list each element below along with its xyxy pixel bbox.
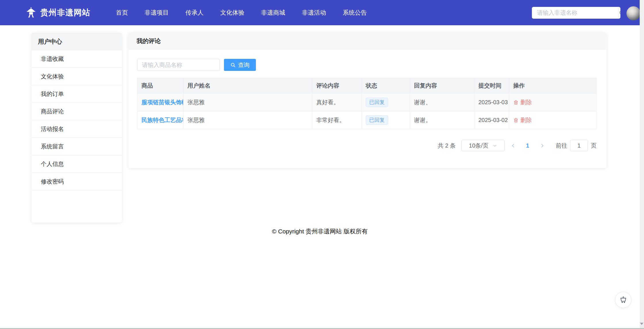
product-link[interactable]: 民族特色工艺品壮族苗族娃娃 [141, 117, 183, 123]
reply-cell: 谢谢。 [410, 111, 474, 129]
user-center-sidebar: 用户中心 非遗收藏 文化体验 我的订单 商品评论 活动报名 系统留言 个人信息 … [32, 33, 122, 222]
nav-menu-item[interactable]: 系统公告 [343, 9, 367, 17]
sidebar-menu-item[interactable]: 非遗收藏 [32, 50, 122, 68]
status-cell: 已回复 [362, 94, 410, 111]
sidebar-menu-item[interactable]: 商品评论 [32, 103, 122, 120]
page-size-select[interactable]: 10条/页 [461, 140, 505, 151]
product-cell: 民族特色工艺品壮族苗族娃娃 [137, 111, 183, 129]
status-badge: 已回复 [366, 115, 388, 125]
nav-menu-item[interactable]: 非遗项目 [145, 9, 169, 17]
user-cell: 张思雅 [183, 111, 312, 129]
delete-button[interactable]: 删除 [513, 116, 532, 124]
page-size-value: 10条/页 [469, 142, 488, 150]
delete-button-label: 删除 [520, 98, 532, 106]
comment-search-row: 查询 [137, 59, 597, 71]
goto-page-suffix: 页 [591, 142, 597, 150]
table-body: 服项链苗银头饰帽子项圈 张思雅 真好看。 已回复 谢谢、 2025-03-03 … [137, 94, 597, 129]
search-icon [230, 62, 236, 68]
table-header-cell: 状态 [362, 78, 410, 94]
pagination: 共 2 条 10条/页 1 前往 页 [137, 140, 597, 151]
goto-page-input[interactable] [570, 140, 588, 151]
triangle-down-icon[interactable] [640, 323, 643, 325]
nav-menu-item[interactable]: 非遗商城 [261, 9, 285, 17]
nav-menu-item[interactable]: 传承人 [185, 9, 204, 17]
table-header-cell: 回复内容 [410, 78, 474, 94]
user-cell: 张思雅 [183, 94, 312, 111]
delete-button[interactable]: 删除 [513, 98, 532, 106]
action-cell: 删除 [509, 94, 597, 111]
sidebar-menu-item[interactable]: 个人信息 [32, 155, 122, 173]
table-header-cell: 评论内容 [312, 78, 362, 94]
comment-cell: 真好看。 [312, 94, 362, 111]
product-search-input[interactable] [137, 59, 220, 71]
status-badge: 已回复 [366, 98, 388, 107]
sidebar-title: 用户中心 [32, 33, 122, 50]
user-avatar[interactable] [626, 6, 641, 20]
nav-menu: 首页 非遗项目 传承人 文化体验 非遗商城 非遗活动 系统公告 [116, 0, 384, 25]
table-header-cell: 商品 [137, 78, 183, 94]
search-icon [619, 10, 620, 16]
pavilion-logo-icon [25, 7, 37, 18]
navbar: 贵州非遗网站 首页 非遗项目 传承人 文化体验 非遗商城 非遗活动 系统公告 [0, 0, 644, 25]
product-link[interactable]: 服项链苗银头饰帽子项圈 [141, 99, 183, 105]
table-row: 服项链苗银头饰帽子项圈 张思雅 真好看。 已回复 谢谢、 2025-03-03 … [137, 94, 597, 111]
table-header-cell: 用户姓名 [183, 78, 312, 94]
chevron-right-icon [540, 143, 545, 148]
next-page-button[interactable] [533, 143, 551, 148]
my-comments-panel: 我的评论 查询 商品 用户姓名 [129, 33, 607, 168]
sidebar-menu-item[interactable]: 修改密码 [32, 173, 122, 190]
comments-table: 商品 用户姓名 评论内容 状态 回复内容 提交时间 操作 [137, 78, 597, 129]
status-cell: 已回复 [362, 111, 410, 129]
brand[interactable]: 贵州非遗网站 [25, 0, 90, 25]
sidebar-menu-item[interactable]: 文化体验 [32, 68, 122, 85]
action-cell: 删除 [509, 111, 597, 129]
table-row: 民族特色工艺品壮族苗族娃娃 张思雅 非常好看。 已回复 谢谢。 2025-03-… [137, 111, 597, 129]
sidebar-menu: 非遗收藏 文化体验 我的订单 商品评论 活动报名 系统留言 个人信息 修改密码 [32, 50, 122, 190]
comment-cell: 非常好看。 [312, 111, 362, 129]
sidebar-menu-item[interactable]: 系统留言 [32, 138, 122, 155]
navbar-search-input[interactable] [532, 7, 618, 19]
delete-button-label: 删除 [520, 116, 532, 124]
reply-cell: 谢谢、 [410, 94, 474, 111]
query-button-label: 查询 [238, 61, 250, 69]
vertical-scrollbar[interactable] [640, 0, 644, 329]
sidebar-menu-item[interactable]: 我的订单 [32, 85, 122, 103]
chevron-down-icon [492, 143, 497, 148]
query-button[interactable]: 查询 [224, 59, 256, 71]
panel-body: 查询 商品 用户姓名 评论内容 状态 [129, 49, 607, 151]
brand-title: 贵州非遗网站 [40, 7, 90, 18]
nav-menu-item[interactable]: 文化体验 [220, 9, 244, 17]
sidebar-menu-item[interactable]: 活动报名 [32, 120, 122, 138]
goto-page-group: 前往 页 [556, 140, 597, 151]
copyright-text: © Copyright 贵州非遗网站 版权所有 [0, 227, 640, 235]
goto-label: 前往 [556, 142, 567, 150]
time-cell: 2025-03-02 22:53:58 [474, 111, 509, 129]
chevron-left-icon [511, 143, 516, 148]
prev-page-button[interactable] [505, 143, 522, 148]
panel-title: 我的评论 [129, 33, 607, 49]
pagination-total: 共 2 条 [438, 142, 456, 150]
navbar-search-button[interactable] [618, 7, 620, 19]
navbar-search [532, 7, 620, 19]
nav-menu-item[interactable]: 首页 [116, 9, 128, 17]
product-cell: 服项链苗银头饰帽子项圈 [137, 94, 183, 111]
time-cell: 2025-03-03 12:22:10 [474, 94, 509, 111]
trash-icon [513, 117, 519, 123]
table-header-cell: 操作 [509, 78, 597, 94]
cart-fab-button[interactable] [615, 292, 631, 308]
trash-icon [513, 100, 519, 105]
table-header-row: 商品 用户姓名 评论内容 状态 回复内容 提交时间 操作 [137, 78, 597, 94]
table-header-cell: 提交时间 [474, 78, 509, 94]
page-number-1[interactable]: 1 [522, 142, 533, 149]
page: 贵州非遗网站 首页 非遗项目 传承人 文化体验 非遗商城 非遗活动 系统公告 [0, 0, 644, 329]
cart-icon [620, 296, 627, 304]
nav-menu-item[interactable]: 非遗活动 [302, 9, 326, 17]
